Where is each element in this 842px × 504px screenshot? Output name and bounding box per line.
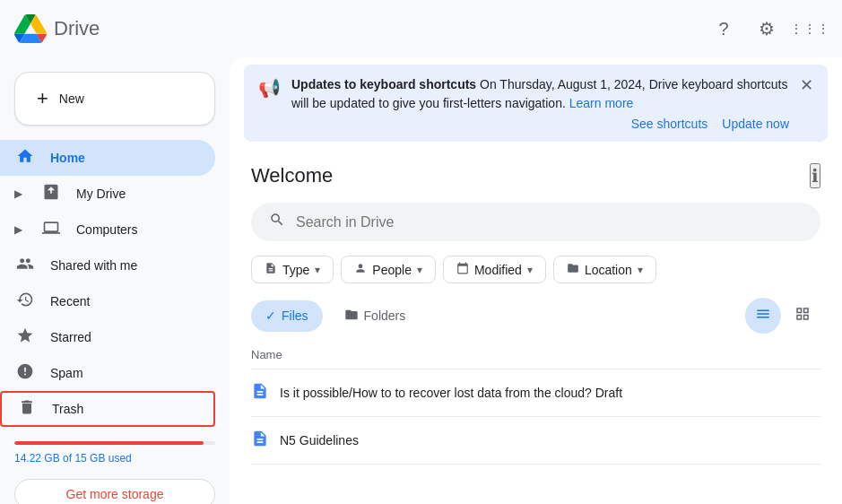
files-view-button[interactable]: ✓ Files (251, 300, 323, 332)
spam-icon (14, 362, 36, 385)
computers-icon (40, 219, 62, 241)
sidebar-item-shared[interactable]: Shared with me (0, 248, 215, 283)
my-drive-chevron-icon: ▶ (14, 187, 22, 200)
help-icon: ? (718, 19, 728, 39)
announcement-icon: 📢 (258, 77, 281, 99)
settings-button[interactable]: ⚙ (749, 11, 785, 47)
banner-text-area: Updates to keyboard shortcuts On Thursda… (291, 75, 789, 131)
welcome-title: Welcome (251, 164, 333, 187)
filter-modified-button[interactable]: Modified ▾ (443, 256, 546, 283)
close-icon: ✕ (800, 76, 813, 94)
sidebar-item-trash-label: Trash (52, 402, 83, 416)
content-area: 📢 Updates to keyboard shortcuts On Thurs… (230, 57, 842, 504)
more-vert-icon-1: ⋮ (798, 383, 814, 403)
update-now-button[interactable]: Update now (722, 117, 789, 131)
home-icon (14, 147, 36, 169)
storage-section: 14.22 GB of 15 GB used (14, 434, 215, 472)
computers-chevron-icon: ▶ (14, 223, 22, 236)
new-plus-icon: + (37, 87, 48, 110)
people-filter-icon (354, 262, 367, 277)
modified-filter-arrow-icon: ▾ (527, 264, 533, 276)
people-filter-arrow-icon: ▾ (417, 264, 422, 276)
sidebar-item-starred-label: Starred (50, 330, 91, 344)
header-actions: ? ⚙ ⋮⋮⋮ (706, 11, 828, 47)
file-doc-icon (251, 382, 269, 404)
sidebar-item-spam[interactable]: Spam (0, 355, 215, 391)
sidebar-item-recent[interactable]: Recent (0, 283, 215, 319)
help-button[interactable]: ? (706, 11, 742, 47)
banner-message: Updates to keyboard shortcuts On Thursda… (291, 77, 788, 110)
filter-location-button[interactable]: Location ▾ (553, 256, 656, 283)
banner-bold-text: Updates to keyboard shortcuts (291, 77, 476, 91)
filter-people-label: People (372, 263, 412, 277)
logo: Drive (14, 13, 100, 45)
sidebar-item-starred[interactable]: Starred (0, 319, 215, 355)
my-drive-icon (40, 183, 62, 205)
filter-type-label: Type (282, 263, 309, 277)
storage-bar-fill (14, 441, 204, 445)
view-type-buttons: ✓ Files Folders (251, 300, 420, 332)
info-button[interactable]: ℹ (810, 163, 820, 188)
new-button[interactable]: + New (14, 72, 215, 126)
sidebar-item-computers[interactable]: ▶ Computers (0, 212, 215, 248)
storage-used-text: 14.22 GB of 15 GB used (14, 452, 215, 465)
grid-layout-button[interactable] (785, 298, 820, 334)
folders-icon (344, 308, 359, 325)
sidebar-item-my-drive[interactable]: ▶ My Drive (0, 176, 215, 212)
app-name: Drive (54, 17, 100, 40)
trash-icon (16, 398, 38, 421)
files-section: Name Is it possible/How to to recover lo… (230, 341, 842, 465)
file-name-2: N5 Guidelines (280, 433, 781, 448)
storage-bar (14, 441, 215, 445)
sidebar-item-my-drive-label: My Drive (76, 187, 126, 201)
sidebar: + New Home ▶ My Drive ▶ Computers (0, 57, 230, 504)
list-layout-icon (755, 306, 771, 326)
name-column-header: Name (251, 341, 820, 369)
get-more-storage-button[interactable]: Get more storage (14, 479, 215, 504)
announcement-banner: 📢 Updates to keyboard shortcuts On Thurs… (244, 65, 828, 142)
see-shortcuts-button[interactable]: See shortcuts (631, 117, 708, 131)
info-icon: ℹ (812, 166, 819, 186)
file-name-1: Is it possible/How to to recover lost da… (280, 386, 781, 400)
search-input[interactable] (296, 214, 803, 230)
recent-icon (14, 291, 36, 313)
filters-row: Type ▾ People ▾ Modified ▾ (230, 248, 842, 291)
banner-learn-more-link[interactable]: Learn more (569, 96, 634, 110)
banner-close-button[interactable]: ✕ (800, 75, 813, 95)
table-row[interactable]: N5 Guidelines ⋮ (251, 417, 820, 465)
settings-icon: ⚙ (759, 18, 775, 39)
shared-icon (14, 255, 36, 277)
header: Drive ? ⚙ ⋮⋮⋮ (0, 0, 842, 57)
file-doc-icon-2 (251, 430, 269, 452)
apps-button[interactable]: ⋮⋮⋮ (792, 11, 828, 47)
folders-view-button[interactable]: Folders (330, 300, 421, 332)
starred-icon (14, 326, 36, 349)
new-button-label: New (59, 91, 84, 106)
view-controls: ✓ Files Folders (230, 291, 842, 341)
search-bar[interactable] (251, 203, 820, 241)
location-filter-icon (567, 262, 579, 277)
type-filter-arrow-icon: ▾ (315, 264, 320, 276)
sidebar-item-shared-label: Shared with me (50, 258, 137, 273)
search-icon (269, 212, 285, 232)
location-filter-arrow-icon: ▾ (638, 264, 643, 276)
grid-layout-icon (794, 306, 811, 326)
list-layout-button[interactable] (745, 298, 781, 334)
folders-view-label: Folders (364, 308, 406, 323)
sidebar-item-recent-label: Recent (50, 294, 90, 308)
filter-type-button[interactable]: Type ▾ (251, 256, 334, 283)
filter-people-button[interactable]: People ▾ (341, 256, 436, 283)
files-check-icon: ✓ (265, 308, 276, 323)
welcome-section: Welcome ℹ (230, 149, 842, 196)
banner-links: See shortcuts Update now (291, 117, 789, 131)
filter-modified-label: Modified (474, 263, 522, 277)
sidebar-item-trash[interactable]: Trash (0, 391, 215, 427)
drive-logo-icon (14, 13, 47, 45)
sidebar-item-spam-label: Spam (50, 366, 83, 380)
files-view-label: Files (282, 308, 308, 323)
main-layout: + New Home ▶ My Drive ▶ Computers (0, 57, 842, 504)
modified-filter-icon (456, 262, 469, 277)
table-row[interactable]: Is it possible/How to to recover lost da… (251, 369, 820, 417)
apps-grid-icon: ⋮⋮⋮ (790, 22, 830, 36)
sidebar-item-home[interactable]: Home (0, 140, 215, 176)
